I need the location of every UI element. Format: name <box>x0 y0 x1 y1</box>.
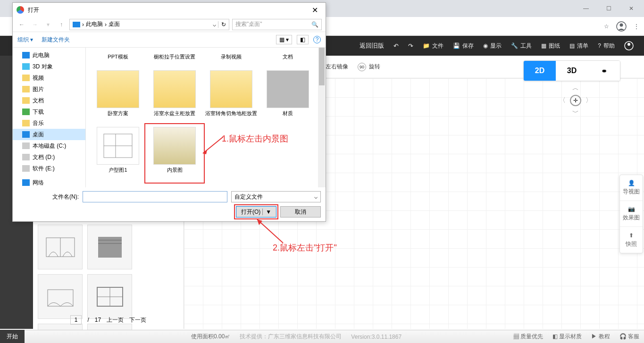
view-2d-button[interactable]: 2D <box>524 61 556 81</box>
tree-3d-objects[interactable]: 3D 对象 <box>13 61 85 72</box>
file-scrollbar[interactable] <box>318 48 326 187</box>
tree-soft-e[interactable]: 软件 (E:) <box>13 163 85 174</box>
mirror-button[interactable]: 左右镜像 <box>326 63 348 71</box>
tree-desktop[interactable]: 桌面 <box>13 129 85 140</box>
status-area: 使用面积0.00㎡ <box>191 333 230 341</box>
folder-thumb <box>97 70 139 108</box>
nav-down-icon[interactable]: ﹀ <box>572 109 579 117</box>
open-dropdown-icon[interactable]: ▼ <box>262 209 271 215</box>
tree-local-c[interactable]: 本地磁盘 (C:) <box>13 140 85 151</box>
toolbar-undo-icon[interactable]: ↶ <box>389 36 403 56</box>
toolbar-file[interactable]: 📁文件 <box>418 36 448 56</box>
rotate-icon: 90 <box>358 63 366 71</box>
toolbar-tools[interactable]: 🔧工具 <box>506 36 536 56</box>
file-item[interactable]: 橱柜拉手位置设置 <box>146 51 203 68</box>
cube-icon <box>22 63 30 70</box>
toolbar-back-old[interactable]: 返回旧版 <box>355 36 389 56</box>
status-tutorial[interactable]: ▶ 教程 <box>591 333 610 341</box>
view-3d-button[interactable]: 3D <box>556 61 588 81</box>
nav-view-button[interactable]: 👤导视图 <box>620 175 643 201</box>
browser-menu-icon[interactable]: ⋮ <box>634 23 639 30</box>
tree-videos[interactable]: 视频 <box>13 72 85 84</box>
nav-back-button[interactable]: ← <box>17 19 27 30</box>
disk-icon <box>22 142 30 149</box>
tree-pictures[interactable]: 图片 <box>13 84 85 95</box>
file-item[interactable]: 文档 <box>259 51 316 68</box>
view-options-button[interactable]: ▦ ▾ <box>276 35 292 44</box>
tree-network[interactable]: 网络 <box>13 177 85 187</box>
page-prev[interactable]: 上一页 <box>107 316 124 324</box>
toolbar-list[interactable]: ▤清单 <box>565 36 593 56</box>
nav-center-icon[interactable]: ✛ <box>570 95 581 106</box>
nav-right-icon[interactable]: 〉 <box>585 96 592 105</box>
disk-icon <box>22 154 30 160</box>
view-walk-button[interactable]: ⚭ <box>588 61 620 81</box>
user-profile-icon[interactable] <box>616 21 627 32</box>
tree-doc-d[interactable]: 文档 (D:) <box>13 151 85 163</box>
path-segment[interactable]: 此电脑 <box>86 20 103 28</box>
nav-up-icon[interactable]: ︿ <box>572 84 579 92</box>
nav-compass[interactable]: ︿ ﹀ 〈 〉 ✛ <box>559 84 592 117</box>
folder-thumb <box>210 70 252 108</box>
file-item[interactable]: PPT模板 <box>90 51 146 68</box>
toolbar-display[interactable]: ◉显示 <box>478 36 506 56</box>
tree-downloads[interactable]: 下载 <box>13 106 85 117</box>
status-quality[interactable]: ▦ 质量优先 <box>513 333 543 341</box>
cancel-button[interactable]: 取消 <box>280 206 321 218</box>
preview-pane-button[interactable]: ◧ <box>297 35 309 44</box>
organize-button[interactable]: 组织 ▾ <box>17 36 33 44</box>
file-item[interactable]: 卧室方案 <box>90 68 146 125</box>
bookmark-star-icon[interactable]: ☆ <box>604 23 609 30</box>
file-item[interactable]: 户型图1 <box>90 125 146 182</box>
path-bar[interactable]: › 此电脑 › 桌面 ⌵ ↻ <box>69 19 229 30</box>
effect-button[interactable]: 📷效果图 <box>620 201 643 227</box>
path-refresh-icon[interactable]: ↻ <box>218 21 226 28</box>
tree-documents[interactable]: 文档 <box>13 95 85 106</box>
file-item-neijing[interactable]: 内景图 <box>146 125 203 182</box>
status-service[interactable]: 🎧 客服 <box>619 333 639 341</box>
document-icon <box>22 97 30 104</box>
file-filter-select[interactable]: 自定义文件⌵ <box>231 191 321 202</box>
rotate-button[interactable]: 90旋转 <box>358 63 380 71</box>
toolbar-redo-icon[interactable]: ↷ <box>403 36 418 56</box>
toolbar-user-icon[interactable] <box>619 36 638 56</box>
file-item[interactable]: 录制视频 <box>203 51 259 68</box>
list-icon: ▤ <box>569 42 575 49</box>
asset-thumbnail[interactable] <box>87 225 132 269</box>
asset-thumbnail[interactable] <box>87 274 132 319</box>
nav-forward-button[interactable]: → <box>30 19 40 30</box>
search-input[interactable]: 搜索"桌面" 🔍 <box>232 19 322 30</box>
file-item[interactable]: 浴室水盆主柜放置 <box>146 68 203 125</box>
path-dropdown-icon[interactable]: ⌵ <box>213 21 216 28</box>
open-button[interactable]: 打开(O)▼ <box>236 206 276 218</box>
window-minimize-button[interactable]: — <box>579 1 593 16</box>
page-next[interactable]: 下一页 <box>129 316 146 324</box>
snapshot-button[interactable]: ⬆快照 <box>620 227 643 253</box>
tree-music[interactable]: 音乐 <box>13 117 85 129</box>
eye-icon: ◉ <box>483 42 488 49</box>
tree-this-pc[interactable]: 此电脑 <box>13 50 85 61</box>
file-thumb <box>153 127 196 165</box>
nav-recent-button[interactable]: ▾ <box>43 19 53 30</box>
file-item[interactable]: 材质 <box>259 68 316 125</box>
asset-thumbnail[interactable] <box>38 274 83 319</box>
status-material[interactable]: ◧ 显示材质 <box>552 333 582 341</box>
file-item[interactable]: 浴室转角切角地柜放置 <box>203 68 259 125</box>
path-segment[interactable]: 桌面 <box>109 20 120 28</box>
scroll-thumb[interactable] <box>319 48 325 85</box>
window-maximize-button[interactable]: ☐ <box>602 1 616 16</box>
nav-left-icon[interactable]: 〈 <box>559 96 566 105</box>
page-current[interactable]: 1 <box>70 315 82 325</box>
start-button[interactable]: 开始 <box>0 330 25 343</box>
asset-thumbnail[interactable] <box>38 225 83 269</box>
toolbar-save[interactable]: 💾保存 <box>448 36 478 56</box>
toolbar-drawing[interactable]: ▦图纸 <box>536 36 565 56</box>
dialog-close-button[interactable]: ✕ <box>308 6 322 15</box>
help-icon[interactable]: ? <box>313 36 321 43</box>
file-thumb <box>267 70 309 108</box>
new-folder-button[interactable]: 新建文件夹 <box>42 36 70 44</box>
nav-up-button[interactable]: ↑ <box>56 19 67 30</box>
filename-input[interactable] <box>83 191 227 202</box>
toolbar-help[interactable]: ?帮助 <box>593 36 619 56</box>
window-close-button[interactable]: ✕ <box>624 1 638 16</box>
